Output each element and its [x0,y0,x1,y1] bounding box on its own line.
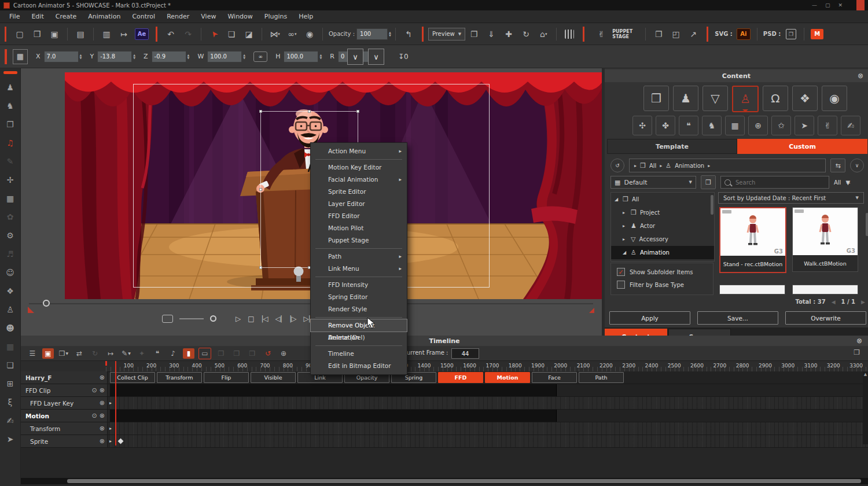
track-close-icon[interactable]: ⊗ [100,437,105,445]
menu-item-delete-del[interactable]: Delete (Del) [311,332,407,344]
menu-item-puppet-stage[interactable]: Puppet Stage [311,234,407,246]
menu-item-timeline[interactable]: Timeline [311,348,407,360]
swap-icon[interactable]: ⇆ [830,159,845,172]
maximize-button[interactable]: ▢ [825,2,830,8]
tree-item-actor[interactable]: ▸♟Actor [611,219,714,233]
all-filter-label[interactable]: All [834,179,841,186]
clip-jump-icon[interactable]: ⇄ [73,348,85,359]
track-button-visible[interactable]: Visible [251,372,296,383]
anchor-grid-icon[interactable]: ▦ [13,49,28,64]
layer-tool-icon[interactable]: ❏ [3,358,18,373]
link-tool-icon[interactable]: ∞▾ [286,28,299,41]
menu-item-action-menu[interactable]: Action Menu▸ [311,145,407,157]
go-start-button[interactable]: |◁ [262,315,268,323]
dialog-track-icon[interactable] [162,315,173,323]
sprite-composer-tool-icon[interactable]: ❐ [3,117,18,132]
camera-view-icon[interactable]: ❐ [468,28,480,41]
selection-handle[interactable] [259,266,262,269]
lip-sync-tool-icon[interactable]: ♫ [3,135,18,150]
ffd-tool-icon[interactable]: ⊞ [3,376,18,391]
redo-icon[interactable]: ↷ [182,28,194,41]
save-button[interactable]: Save... [697,311,778,325]
menu-window[interactable]: Window [222,11,258,22]
thumbnail-partial[interactable] [719,285,785,294]
dialog-track-icon[interactable]: ❝ [152,348,163,359]
pin-down-icon[interactable]: ⇓ [485,28,498,41]
illustrator-badge[interactable]: Ai [737,28,751,40]
search-box[interactable] [720,176,829,189]
menu-file[interactable]: File [3,11,25,22]
close-button[interactable]: ✕ [838,2,843,8]
fill-tool-icon[interactable]: ◪ [242,28,255,41]
category-folder-icon[interactable]: ❒ [643,86,669,111]
body-puppet-tool-icon[interactable]: ♙ [3,302,18,317]
field-input-z[interactable]: -0.9 [152,51,186,62]
track-area-ffd-layer-key[interactable] [110,397,868,409]
select-arrow-icon[interactable]: ➤ [205,25,223,43]
filter-funnel-icon[interactable]: ▼̶ [845,179,850,186]
next-frame-button[interactable]: |▷ [289,315,296,323]
menu-create[interactable]: Create [50,11,83,22]
zoom-timeline-icon[interactable]: ⊕ [278,348,289,359]
export-project-icon[interactable]: ↦ [117,28,130,41]
track-label-ffd-clip[interactable]: FFD Clip⊙⊗ [21,384,108,396]
timeline-horizontal-scrollbar[interactable] [21,478,868,484]
menu-animation[interactable]: Animation [82,11,126,22]
rotate-canvas-icon[interactable]: ↰ [402,28,415,41]
track-button-path[interactable]: Path [579,372,624,383]
subcategory-motion-3d-icon[interactable]: ✣ [632,116,652,135]
lock-icon[interactable]: ✦ [136,348,148,359]
timeline-ruler[interactable]: 1002003004005006007008009001000110012001… [21,361,868,372]
apply-button[interactable]: Apply [609,311,690,325]
selection-handle[interactable] [356,110,359,113]
reset-camera-icon[interactable]: ↧0 [398,53,409,61]
thumbnail-partial[interactable] [792,285,858,294]
track-close-icon[interactable]: ⊗ [100,386,105,394]
minimize-button[interactable]: — [812,2,817,8]
track-menu-icon[interactable]: ❒▼ [58,348,69,359]
track-button-flip[interactable]: Flip [204,372,249,383]
link-wh-icon[interactable]: ∞ [253,51,267,62]
menu-render[interactable]: Render [161,11,195,22]
bone-rig-tool-icon[interactable]: ⚙ [3,228,18,243]
menu-item-link-menu[interactable]: Link Menu▸ [311,263,407,275]
page-next-icon[interactable]: ▶ [861,299,865,305]
menu-item-motion-pilot[interactable]: Motion Pilot [311,222,407,234]
preview-dropdown[interactable]: Preview ▼ [428,28,465,41]
breadcrumb-item-animation[interactable]: Animation [675,163,704,169]
export-video-icon[interactable]: ▥ [100,28,113,41]
thumbnail-stand-rec-ctbmotion[interactable]: G3Stand - rec.ctBMotion [719,207,786,273]
dialog-volume-slider[interactable] [179,318,204,319]
overwrite-button[interactable]: Overwrite [785,311,866,325]
timeline-camera-icon[interactable]: ❒ [854,348,860,356]
blinds-view-icon[interactable] [563,28,576,41]
timeline-scrollbar-thumb[interactable] [67,479,861,483]
selection-handle[interactable] [259,188,262,191]
spring-tool-icon[interactable]: ξ [3,395,18,410]
field-spinner[interactable]: ▲▼ [243,54,245,60]
pin-tool-icon[interactable]: ✎ [3,154,18,169]
track-close-icon[interactable]: ⊗ [100,425,105,432]
show-eye-icon[interactable]: ◉ [303,28,316,41]
clip-bar-motion[interactable] [110,410,557,422]
track-button-face[interactable]: Face [532,372,577,383]
menu-item-remove-object-animation[interactable]: Remove Object Animation [311,319,407,332]
subcategory-ffd-grid-icon[interactable]: ▦ [725,116,745,135]
current-frame-input[interactable]: 44 [451,348,479,359]
menu-item-ffd-editor[interactable]: FFD Editor [311,210,407,222]
expanded-icon[interactable]: ◢ [623,250,627,255]
field-spinner[interactable]: ▲▼ [187,54,190,60]
track-close-icon[interactable]: ⊗ [100,412,105,419]
search-input[interactable] [734,179,812,186]
reduce-keys-icon[interactable]: ↺ [262,348,274,359]
menu-plugins[interactable]: Plugins [259,11,293,22]
timeline-vertical-scrollbar[interactable]: ▲ [863,371,868,444]
tree-item-accessory[interactable]: ▸▽Accessory [611,233,714,246]
go-end-button[interactable]: ▷| [303,315,310,323]
expanded-icon[interactable]: ◢ [615,197,619,202]
category-prop-icon[interactable]: ❖ [792,86,818,111]
menu-item-render-style[interactable]: Render Style [311,303,407,315]
close-icon[interactable]: ⊗ [858,72,863,80]
open-project-icon[interactable]: ❒ [31,28,43,41]
mask-tool-icon[interactable]: ❖ [3,284,18,299]
